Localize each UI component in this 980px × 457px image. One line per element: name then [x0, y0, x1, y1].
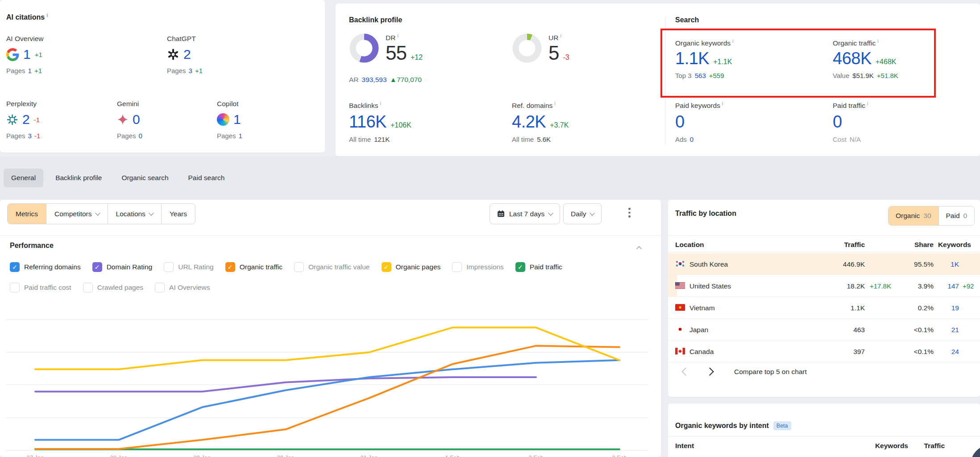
citation-source-label: AI Overview [6, 35, 44, 43]
metric-checkbox-organic-traffic[interactable]: ✓Organic traffic [225, 262, 282, 272]
table-row-japan[interactable]: Japan 463 <0.1% 21 [668, 319, 980, 341]
location-name: United States [689, 275, 731, 297]
toggle-paid[interactable]: Paid0 [938, 206, 975, 225]
metrics-button[interactable]: Metrics [8, 204, 46, 224]
citation-pages[interactable]: 1 [239, 132, 242, 140]
keywords-delta: +92 [963, 275, 974, 297]
info-icon[interactable] [378, 102, 381, 109]
performance-chart[interactable]: 27 Jan28 Jan29 Jan30 Jan31 Jan1 Feb2 Feb… [0, 294, 661, 457]
info-icon[interactable] [731, 39, 733, 47]
locations-dropdown[interactable]: Locations [108, 204, 161, 224]
tab-backlink-profile[interactable]: Backlink profile [48, 169, 109, 187]
info-icon[interactable] [552, 102, 555, 109]
svg-text:28 Jan: 28 Jan [110, 454, 127, 457]
section-tabs: GeneralBacklink profileOrganic searchPai… [0, 156, 980, 200]
metric-checkbox-organic-traffic-value[interactable]: Organic traffic value [294, 262, 370, 272]
ur-donut-chart [512, 33, 542, 63]
table-row-united-states[interactable]: United States 18.2K +17.8K 3.9% 147 +92 [668, 275, 980, 297]
info-icon[interactable] [558, 34, 561, 41]
performance-card: Metrics Competitors Locations Years Last… [0, 200, 661, 457]
share-value: <0.1% [914, 341, 934, 362]
column-location[interactable]: Location [675, 238, 704, 251]
ar-delta: ▲770,070 [390, 76, 422, 84]
metric-checkbox-url-rating[interactable]: URL Rating [164, 262, 214, 272]
column-keywords: Keywords [875, 439, 908, 453]
info-icon[interactable] [865, 102, 868, 109]
ar-value[interactable]: 393,593 [362, 76, 387, 84]
dr-label: DR [386, 33, 423, 42]
ref-domains-block: Ref. domains 4.2K+3.7K All time5.6K [512, 101, 569, 143]
competitors-dropdown[interactable]: Competitors [46, 204, 108, 224]
svg-text:29 Jan: 29 Jan [193, 454, 211, 457]
date-range-button[interactable]: Last 7 days [490, 203, 560, 224]
prev-page-button[interactable] [678, 364, 693, 379]
share-value: 0.2% [918, 297, 934, 319]
checkbox-icon [10, 283, 20, 292]
tab-organic-search[interactable]: Organic search [114, 169, 176, 187]
info-icon[interactable] [45, 13, 48, 21]
checkbox-label: Paid traffic [530, 263, 562, 271]
granularity-button[interactable]: Daily [563, 203, 602, 224]
metric-checkbox-domain-rating[interactable]: ✓Domain Rating [92, 262, 153, 272]
metric-checkbox-crawled-pages[interactable]: Crawled pages [83, 283, 143, 292]
chevron-left-icon [681, 367, 689, 375]
organic-keywords-value[interactable]: 1.1K [675, 49, 709, 68]
citation-pages[interactable]: 3 [189, 67, 192, 74]
keywords-link[interactable]: 21 [951, 319, 959, 341]
organic-traffic-block: Organic traffic 468K+468K Value$51.9K+51… [833, 38, 898, 79]
location-name: Vietnam [689, 297, 715, 319]
citation-pages[interactable]: 3 [28, 132, 32, 140]
info-icon[interactable] [720, 102, 723, 109]
metric-checkbox-organic-pages[interactable]: ✓Organic pages [382, 262, 441, 272]
top3-value[interactable]: 563 [695, 72, 706, 79]
metric-checkbox-paid-traffic-cost[interactable]: Paid traffic cost [10, 283, 71, 292]
perplexity-icon [6, 114, 18, 126]
info-icon[interactable] [395, 34, 398, 41]
column-share[interactable]: Share [914, 238, 934, 251]
collapse-chevron-up-icon[interactable] [636, 246, 641, 251]
organic-traffic-value[interactable]: 468K [833, 49, 872, 68]
flag-vn-icon [675, 304, 685, 311]
backlinks-value[interactable]: 116K [349, 112, 386, 132]
keywords-link[interactable]: 24 [951, 341, 959, 362]
column-traffic: Traffic [924, 439, 945, 453]
keywords-link[interactable]: 19 [951, 297, 959, 319]
table-row-south-korea[interactable]: South Korea 446.9K 95.5% 1K [668, 253, 980, 275]
tab-paid-search[interactable]: Paid search [181, 169, 233, 187]
table-row-canada[interactable]: Canada 397 <0.1% 24 [668, 341, 980, 362]
table-row-vietnam[interactable]: Vietnam 1.1K 0.2% 19 [668, 297, 980, 319]
flag-kr-icon [675, 260, 685, 267]
metric-checkbox-impressions[interactable]: Impressions [452, 262, 504, 272]
domain-rating-block: DR 55+12 [349, 33, 423, 64]
keywords-by-intent-card: Organic keywords by intent Beta Intent K… [668, 403, 980, 457]
keywords-link[interactable]: 147 [947, 275, 959, 297]
column-keywords[interactable]: Keywords [938, 238, 971, 251]
column-traffic[interactable]: Traffic [844, 238, 865, 251]
keywords-by-intent-header: Organic keywords by intent Beta [675, 421, 791, 430]
performance-title: Performance [10, 242, 54, 250]
beta-badge: Beta [773, 421, 791, 430]
citation-pages[interactable]: 1 [28, 67, 32, 74]
metric-checkbox-row: ✓Referring domains✓Domain RatingURL Rati… [10, 262, 562, 272]
toggle-organic[interactable]: Organic30 [889, 206, 938, 225]
tab-general[interactable]: General [4, 169, 43, 187]
metric-checkbox-ai-overviews[interactable]: AI Overviews [155, 283, 210, 292]
citation-source-label: Gemini [117, 100, 142, 108]
more-options-button[interactable] [627, 206, 632, 219]
traffic-value: 1.1K [851, 297, 865, 319]
info-icon[interactable] [876, 39, 878, 47]
metric-checkbox-paid-traffic[interactable]: ✓Paid traffic [515, 262, 562, 272]
citation-count: 2 [22, 112, 30, 127]
svg-text:2 Feb: 2 Feb [528, 454, 543, 457]
citation-pages[interactable]: 0 [139, 132, 142, 140]
checkbox-label: Referring domains [24, 263, 81, 271]
next-page-button[interactable] [702, 364, 717, 379]
ref-domains-value[interactable]: 4.2K [512, 112, 546, 132]
keywords-link[interactable]: 1K [951, 253, 959, 275]
years-button[interactable]: Years [161, 204, 195, 224]
metric-checkbox-referring-domains[interactable]: ✓Referring domains [10, 262, 81, 272]
filter-segmented-control: Metrics Competitors Locations Years [7, 203, 195, 224]
traffic-value: 397 [853, 341, 865, 362]
chevron-down-icon [590, 210, 595, 215]
traffic-value: 463 [853, 319, 865, 341]
